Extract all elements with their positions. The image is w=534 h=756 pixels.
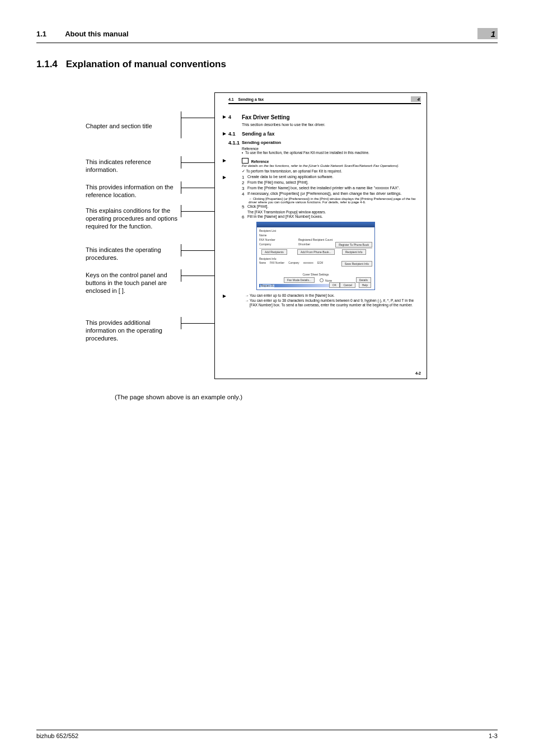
ex-step2: From the [File] menu, select [Print]. (247, 180, 308, 185)
dlg-help: Help (359, 282, 371, 288)
book-icon (242, 158, 249, 164)
section-heading: 1.1.4 Explanation of manual conventions (36, 59, 498, 70)
ex-refbox-line: For details on the fax functions, refer … (242, 164, 419, 167)
footer-page-number: 1-3 (489, 732, 498, 739)
dlg-ecm: ECM (317, 262, 323, 264)
ex-refbox-label: Reference (251, 160, 269, 164)
ex-cond-line: ✓ To perform fax transmission, an option… (242, 169, 419, 174)
dlg-req1: Request 01 (260, 284, 274, 287)
label-keys-brackets: Keys on the control panel and buttons in… (86, 272, 181, 295)
label-chapter-section-title: Chapter and section title (86, 123, 181, 130)
ex-step5: Click [Print]. (247, 204, 268, 209)
ex-ref-label: Reference (242, 147, 419, 151)
dlg-mode-details: Fax Mode Details... (284, 277, 315, 283)
running-head-title: About this manual (65, 30, 128, 38)
label-reference-location: This provides information on the referen… (86, 184, 181, 199)
running-head-number: 1.1 (36, 30, 63, 38)
dlg-faxnum2: FAX Number (270, 262, 284, 264)
dlg-details: Recipient Info (342, 249, 366, 255)
dlg-recipient-info: Recipient Info (259, 257, 277, 260)
dlg-name2: Name (259, 262, 266, 264)
ex-page-number: 4-2 (415, 371, 421, 375)
ex-h2-num: 4.1 (228, 131, 242, 137)
chapter-badge-number: 1 (491, 29, 495, 39)
ex-h3-num: 4.1.1 (228, 140, 242, 146)
ex-h2: Sending a fax (242, 131, 275, 137)
dlg-faxnum: FAX Number (259, 238, 275, 241)
dlg-cover: Cover Sheet Settings (302, 273, 329, 276)
ex-step4-sub: Clicking [Properties] (or [Preferences])… (249, 197, 416, 204)
ex-bullet2: You can enter up to 38 characters includ… (245, 298, 419, 307)
ex-h3: Sending operation (242, 140, 281, 145)
dlg-add-phonebook: Add From Phone Book... (297, 249, 335, 255)
dialog-mock: Recipient List Name FAX Number Registere… (256, 222, 375, 290)
example-page: 4.1 Sending a fax 4 4 Fax Driver Setting… (214, 92, 427, 379)
header-rule (36, 43, 498, 43)
dlg-reg-phonebook: Register To Phone Book (335, 242, 372, 248)
dlg-recipient-list: Recipient List (259, 229, 276, 232)
ex-ref-bullet: To use the fax function, the optional Fa… (245, 151, 369, 155)
mini-head-num: 4.1 (228, 97, 234, 101)
ex-h1-desc: This section describes how to use the fa… (242, 123, 325, 127)
label-conditions: This explains conditions for the operati… (86, 207, 181, 230)
mini-badge: 4 (411, 96, 421, 102)
dlg-save-info: Save Recipient Info (341, 261, 372, 267)
ex-step3: From the [Printer Name] box, select the … (247, 186, 400, 191)
mini-head-text: Sending a fax (238, 97, 264, 101)
ex-step4: If necessary, click [Properties] (or [Pr… (247, 192, 401, 197)
ex-step6: Fill in the [Name] and [FAX Number] boxe… (247, 214, 323, 220)
ex-step5-desc: The [FAX Transmission Popup] window appe… (247, 210, 326, 214)
dlg-ok: OK (329, 282, 340, 288)
running-head: 1.1 About this manual (36, 30, 129, 38)
dlg-company: Company (259, 242, 271, 246)
convention-diagram: Chapter and section title This indicates… (86, 92, 433, 384)
label-reference-info: This indicates reference information. (86, 158, 181, 174)
section-title-text: Explanation of manual conventions (66, 59, 226, 69)
diagram-caption: (The page shown above is an example only… (115, 394, 498, 400)
dlg-cancel: Cancel (340, 282, 355, 288)
dlg-regcount: Registered Recipient Count (298, 238, 332, 241)
section-number: 1.1.4 (36, 59, 63, 70)
dlg-company2: Company (288, 262, 299, 264)
ex-h1: Fax Driver Setting (242, 114, 290, 120)
ex-bullet1: You can enter up to 80 characters in the… (245, 293, 419, 298)
footer-rule (36, 730, 498, 730)
chapter-badge: 1 (477, 28, 498, 39)
label-additional-info: This provides additional information on … (86, 319, 181, 342)
dlg-add-recipients: Add Recipients (261, 249, 287, 255)
label-operating-procedures: This indicates the operating procedures. (86, 246, 181, 262)
ex-h1-num: 4 (228, 114, 242, 120)
footer-model: bizhub 652/552 (36, 732, 78, 739)
ex-step1: Create data to be sent using application… (247, 175, 334, 180)
dlg-name: Name (259, 234, 266, 237)
